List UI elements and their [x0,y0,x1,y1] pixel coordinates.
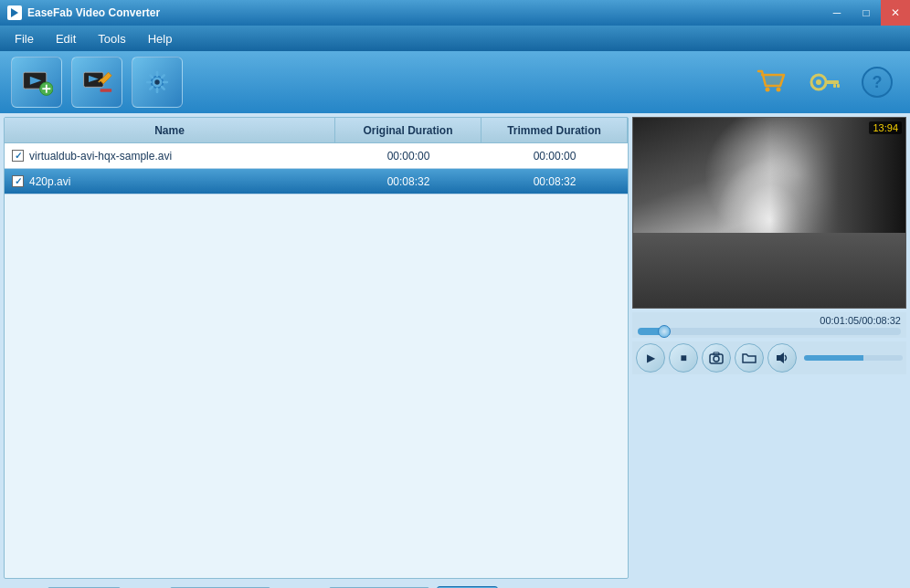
menu-file[interactable]: File [4,28,45,49]
svg-text:?: ? [873,73,883,91]
preview-panel: 13:94 00:01:05/00:08:32 ▶ ■ [632,117,906,579]
table-row[interactable]: ✓ virtualdub-avi-hqx-sample.avi 00:00:00… [5,143,628,169]
file-checkbox[interactable]: ✓ [12,175,24,187]
table-row[interactable]: ✓ 420p.avi 00:08:32 00:08:32 [5,169,628,194]
svg-point-11 [154,79,159,84]
maximize-button[interactable]: □ [852,0,881,26]
svg-rect-26 [837,84,840,88]
seek-bar[interactable] [638,328,901,335]
close-button[interactable]: ✕ [881,0,910,26]
svg-marker-0 [11,8,18,17]
trimmed-duration-cell: 00:00:00 [481,143,628,168]
svg-point-20 [766,88,770,92]
app-title: EaseFab Video Converter [27,6,160,19]
settings-button[interactable] [132,57,183,108]
snapshot-button[interactable] [702,343,731,373]
progress-area: 00:01:05/00:08:32 [632,312,906,338]
play-icon: ▶ [647,352,655,364]
svg-marker-33 [777,352,784,363]
file-table-body: ✓ virtualdub-avi-hqx-sample.avi 00:00:00… [5,143,628,578]
volume-slider[interactable] [804,355,903,361]
volume-icon [775,351,789,365]
header-original-duration: Original Duration [335,118,481,142]
app-icon [7,5,22,20]
menu-edit[interactable]: Edit [45,28,87,49]
svg-line-17 [162,87,164,89]
svg-rect-24 [826,80,839,84]
svg-line-18 [162,75,164,78]
minimize-button[interactable]: ─ [822,0,852,26]
time-display: 00:01:05/00:08:32 [638,315,901,326]
playback-controls: ▶ ■ [632,341,906,374]
seek-knob [658,325,671,338]
svg-point-31 [714,356,719,362]
header-name: Name [5,118,335,142]
file-panel: Name Original Duration Trimmed Duration … [4,117,629,579]
file-checkbox[interactable]: ✓ [12,150,24,162]
menu-bar: File Edit Tools Help [0,26,910,51]
video-preview: 13:94 [632,117,906,309]
camera-icon [709,351,724,365]
file-table-header: Name Original Duration Trimmed Duration [5,118,628,143]
video-time-badge: 13:94 [869,121,902,134]
add-video-button[interactable] [11,57,62,108]
main-area: Name Original Duration Trimmed Duration … [0,113,910,583]
volume-button[interactable] [767,343,797,373]
edit-video-button[interactable] [71,57,122,108]
toolbar: ? [0,51,910,113]
menu-tools[interactable]: Tools [87,28,136,49]
svg-point-23 [816,79,821,85]
title-bar: EaseFab Video Converter ─ □ ✕ [0,0,910,26]
bottom-area: Video: msmp ▼ Audio: eng mp3 2CH ▼ Subti… [0,583,910,588]
svg-line-16 [150,75,153,78]
original-duration-cell: 00:08:32 [335,169,481,194]
svg-line-19 [150,87,153,89]
window-controls: ─ □ ✕ [822,0,910,26]
file-name: virtualdub-avi-hqx-sample.avi [29,150,172,163]
folder-icon [742,351,757,365]
svg-rect-25 [833,84,836,88]
stop-icon: ■ [680,352,686,364]
file-name-cell: ✓ 420p.avi [5,169,335,194]
stop-button[interactable]: ■ [669,343,698,373]
shop-button[interactable] [749,60,793,104]
register-button[interactable] [802,60,846,104]
file-name: 420p.avi [29,175,70,188]
help-button[interactable]: ? [855,60,899,104]
svg-point-21 [777,88,781,92]
trimmed-duration-cell: 00:08:32 [481,169,628,194]
file-name-cell: ✓ virtualdub-avi-hqx-sample.avi [5,143,335,168]
svg-rect-9 [101,89,112,92]
header-trimmed-duration: Trimmed Duration [481,118,628,142]
original-duration-cell: 00:00:00 [335,143,481,168]
play-button[interactable]: ▶ [636,343,665,373]
open-folder-button[interactable] [735,343,764,373]
menu-help[interactable]: Help [137,28,184,49]
